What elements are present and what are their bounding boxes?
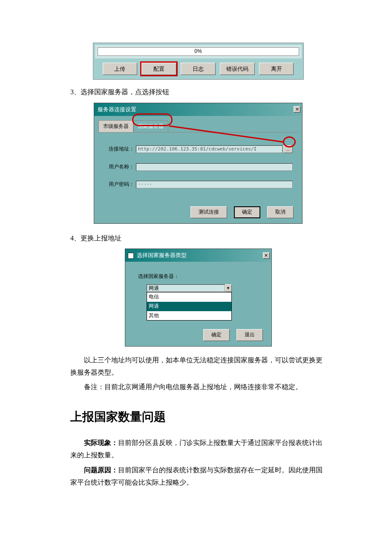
upload-button[interactable]: 上传: [103, 63, 138, 75]
tab-city-server[interactable]: 市级服务器: [98, 120, 133, 133]
option-other[interactable]: 其他: [147, 311, 231, 321]
toolbar-screenshot: 0% 上传 配置 日志 错误代码 离开: [93, 43, 304, 80]
address-label: 连接地址：: [104, 145, 134, 154]
tab-national-server[interactable]: 国家服务器: [133, 120, 168, 133]
section-heading: 上报国家数量问题: [70, 406, 326, 428]
log-button[interactable]: 日志: [181, 63, 216, 75]
phenomenon-label: 实际现象：: [84, 439, 118, 446]
username-label: 用户名称：: [104, 162, 134, 172]
dialog2-title-wrap: 选择国家服务器类型: [128, 250, 187, 260]
address-row: 连接地址： http://202.106.123.35:81/cdcweb/se…: [104, 145, 293, 154]
address-browse-button[interactable]: ...: [283, 145, 293, 153]
dialog2-title: 选择国家服务器类型: [137, 252, 187, 258]
cancel-button[interactable]: 取消: [267, 206, 294, 218]
exit-button[interactable]: 退出: [236, 329, 263, 341]
cause-paragraph: 问题原因：目前国家平台的报表统计数据与实际数据存在一定延时。因此使用国家平台统计…: [70, 464, 326, 489]
password-row: 用户密码： ·····: [104, 180, 293, 189]
tab-body: 连接地址： http://202.106.123.35:81/cdcweb/se…: [98, 132, 298, 202]
username-row: 用户名称：: [104, 162, 293, 172]
dialog2-titlebar: 选择国家服务器类型 ✕: [125, 249, 271, 261]
server-select-value: 网通: [147, 284, 225, 292]
server-select-label: 选择国家服务器：: [138, 272, 259, 281]
progress-panel: 0%: [95, 45, 302, 58]
close-icon[interactable]: ✕: [263, 252, 270, 259]
option-telecom[interactable]: 电信: [147, 292, 231, 302]
tabs-row: 市级服务器 国家服务器: [94, 116, 302, 133]
server-settings-dialog: 服务器连接设置 ✕ 市级服务器 国家服务器 连接地址： http://202.1…: [94, 103, 303, 223]
phenomenon-paragraph: 实际现象：目前部分区县反映，门诊实际上报数量大于通过国家平台报表统计出来的上报数…: [70, 437, 326, 462]
toolbar-button-row: 上传 配置 日志 错误代码 离开: [95, 60, 302, 78]
dialog-titlebar: 服务器连接设置 ✕: [94, 103, 302, 116]
password-input[interactable]: ·····: [136, 181, 293, 188]
errorcode-button[interactable]: 错误代码: [220, 63, 255, 75]
app-icon: [128, 253, 134, 259]
dialog2-button-row: 确定 退出: [125, 325, 271, 346]
note-paragraph: 备注：目前北京网通用户向电信服务器上报地址，网络连接非常不稳定。: [70, 381, 326, 393]
ok-button[interactable]: 确定: [203, 329, 230, 341]
close-icon[interactable]: ✕: [294, 106, 300, 113]
server-options-list: 电信 网通 其他: [147, 292, 232, 321]
address-input[interactable]: http://202.106.123.35:81/cdcweb/services…: [136, 145, 282, 153]
step-3-text: 3、选择国家服务器，点选择按钮: [70, 86, 326, 98]
config-button[interactable]: 配置: [141, 63, 176, 75]
password-label: 用户密码：: [104, 180, 134, 189]
test-connection-button[interactable]: 测试连接: [190, 206, 227, 218]
option-netcom[interactable]: 网通: [147, 302, 231, 311]
server-select[interactable]: 网通 ▼: [147, 284, 232, 292]
username-input[interactable]: [136, 163, 293, 171]
chevron-down-icon[interactable]: ▼: [225, 284, 232, 292]
dialog-button-row: 测试连接 确定 取消: [94, 202, 302, 223]
ok-button[interactable]: 确定: [234, 206, 260, 218]
progress-value: 0%: [194, 47, 202, 56]
server-select-wrap: 网通 ▼ 电信 网通 其他: [147, 284, 232, 321]
dialog2-body: 选择国家服务器： 网通 ▼ 电信 网通 其他: [125, 262, 271, 325]
server-type-dialog: 选择国家服务器类型 ✕ 选择国家服务器： 网通 ▼ 电信 网通 其他 确定 退出: [125, 249, 272, 346]
try-other-server-paragraph: 以上三个地址均可以使用，如本单位无法稳定连接国家服务器，可以尝试更换更换服务器类…: [70, 354, 326, 379]
progress-bar: 0%: [98, 47, 299, 56]
step-4-text: 4、更换上报地址: [70, 232, 326, 245]
cause-label: 问题原因：: [84, 466, 118, 474]
leave-button[interactable]: 离开: [259, 63, 294, 75]
dialog-title: 服务器连接设置: [98, 104, 136, 114]
